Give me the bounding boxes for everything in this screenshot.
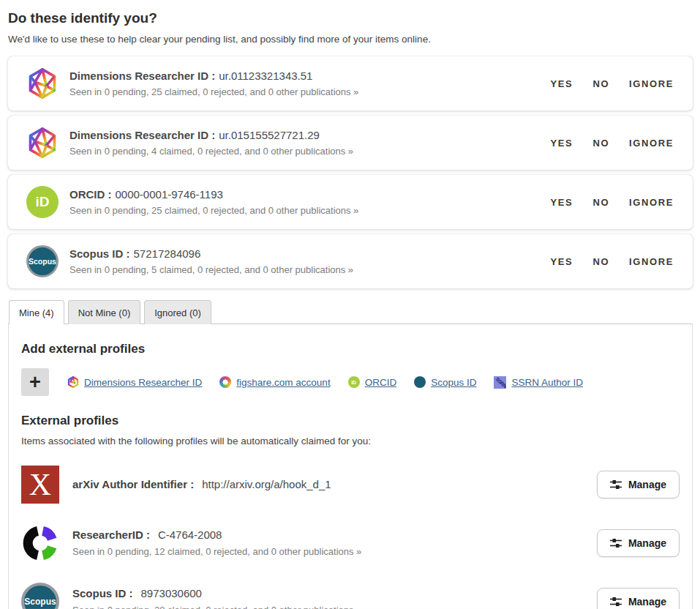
yes-button[interactable]: YES (551, 197, 573, 208)
orcid-logo-icon: iD (348, 376, 360, 388)
add-profile-plus-button[interactable]: + (21, 368, 49, 396)
seen-in-link[interactable]: Seen in 0 pending, 28 claimed, 0 rejecte… (72, 605, 361, 609)
link-ssrn-author-id[interactable]: SSRN SSRN Author ID (494, 376, 583, 389)
manage-button-scopus[interactable]: Manage (597, 588, 680, 609)
identity-label: Scopus ID : (69, 247, 130, 260)
seen-in-link[interactable]: Seen in 0 pending, 5 claimed, 0 rejected… (69, 264, 353, 276)
mine-tab-panel: Add external profiles + Dimensions Resea… (8, 324, 693, 609)
external-profile-row-researcherid: ResearcherID :C-4764-2008 Seen in 0 pend… (21, 524, 680, 562)
no-button[interactable]: NO (592, 138, 609, 149)
identity-card-orcid: iD ORCID :0000-0001-9746-1193 Seen in 0 … (8, 175, 693, 229)
orcid-logo-icon: iD (26, 186, 59, 218)
seen-in-link[interactable]: Seen in 0 pending, 25 claimed, 0 rejecte… (69, 86, 358, 98)
ignore-button[interactable]: IGNORE (629, 256, 674, 267)
seen-in-link[interactable]: Seen in 0 pending, 12 claimed, 0 rejecte… (72, 546, 361, 558)
link-orcid[interactable]: iD ORCID (348, 376, 397, 388)
page: Do these identify you? We'd like to use … (0, 0, 700, 609)
sliders-icon (610, 596, 622, 608)
profile-label: arXiv Author Identifier : (72, 478, 194, 490)
scopus-logo-icon: Scopus (26, 245, 59, 277)
yes-button[interactable]: YES (551, 256, 573, 267)
arxiv-logo-icon: X (21, 466, 59, 504)
tab-not-mine[interactable]: Not Mine (0) (68, 300, 141, 324)
dimensions-logo-icon (67, 376, 79, 388)
sliders-icon (610, 537, 622, 549)
external-profiles-heading: External profiles (21, 414, 680, 428)
profile-label: Scopus ID : (72, 587, 133, 599)
add-external-profiles-heading: Add external profiles (21, 342, 680, 356)
identity-card-dimensions-1: Dimensions Researcher ID :ur.01123321343… (8, 56, 693, 111)
page-title: Do these identify you? (8, 10, 693, 26)
no-button[interactable]: NO (592, 256, 609, 267)
identity-label: ORCID : (69, 188, 112, 201)
profile-value: 8973030600 (141, 587, 202, 599)
identity-value: 57217284096 (134, 247, 201, 260)
add-profiles-row: + Dimensions Researcher ID figshare.com … (21, 368, 680, 396)
manage-button-researcherid[interactable]: Manage (597, 529, 680, 557)
ignore-button[interactable]: IGNORE (629, 78, 674, 89)
dimensions-logo-icon (26, 127, 59, 159)
link-scopus-id[interactable]: Scopus ID (414, 376, 476, 388)
figshare-logo-icon (219, 376, 231, 388)
identity-card-dimensions-2: Dimensions Researcher ID :ur.01515552772… (8, 116, 693, 170)
identity-card-scopus: Scopus Scopus ID :57217284096 Seen in 0 … (8, 234, 693, 288)
scopus-logo-icon (414, 376, 426, 388)
profile-tabs: Mine (4) Not Mine (0) Ignored (0) (8, 300, 693, 324)
profile-label: ResearcherID : (72, 528, 150, 541)
ssrn-logo-icon: SSRN (494, 376, 506, 389)
link-figshare-account[interactable]: figshare.com account (219, 376, 330, 388)
yes-button[interactable]: YES (551, 138, 573, 149)
identity-value: 0000-0001-9746-1193 (116, 188, 223, 201)
card-actions: YES NO IGNORE (551, 197, 674, 208)
external-profiles-description: Items associated with the following prof… (21, 436, 680, 447)
no-button[interactable]: NO (592, 78, 609, 89)
seen-in-link[interactable]: Seen in 0 pending, 25 claimed, 0 rejecte… (69, 205, 358, 217)
link-dimensions-researcher-id[interactable]: Dimensions Researcher ID (67, 376, 202, 388)
ignore-button[interactable]: IGNORE (629, 197, 674, 208)
seen-in-link[interactable]: Seen in 0 pending, 4 claimed, 0 rejected… (69, 146, 353, 157)
external-profile-row-scopus: Scopus Scopus ID :8973030600 Seen in 0 p… (21, 583, 680, 609)
yes-button[interactable]: YES (551, 78, 573, 89)
card-actions: YES NO IGNORE (551, 256, 674, 267)
identity-value: ur.015155527721.29 (219, 129, 320, 141)
scopus-logo-icon: Scopus (21, 583, 59, 609)
identity-value: ur.01123321343.51 (219, 70, 312, 82)
profile-value: http://arxiv.org/a/hook_d_1 (202, 478, 331, 490)
card-actions: YES NO IGNORE (551, 78, 674, 89)
sliders-icon (610, 479, 622, 490)
tab-mine[interactable]: Mine (4) (9, 300, 64, 324)
manage-button-arxiv[interactable]: Manage (597, 471, 680, 498)
profile-value: C-4764-2008 (158, 528, 222, 541)
identity-label: Dimensions Researcher ID : (69, 70, 215, 82)
ignore-button[interactable]: IGNORE (629, 138, 674, 149)
external-profile-row-arxiv: X arXiv Author Identifier :http://arxiv.… (21, 466, 680, 504)
page-subtitle: We'd like to use these to help clear you… (8, 34, 693, 45)
dimensions-logo-icon (26, 67, 59, 100)
identity-label: Dimensions Researcher ID : (69, 129, 215, 141)
researcherid-logo-icon (21, 524, 59, 562)
tab-ignored[interactable]: Ignored (0) (144, 300, 211, 324)
no-button[interactable]: NO (592, 197, 609, 208)
card-actions: YES NO IGNORE (551, 138, 674, 149)
